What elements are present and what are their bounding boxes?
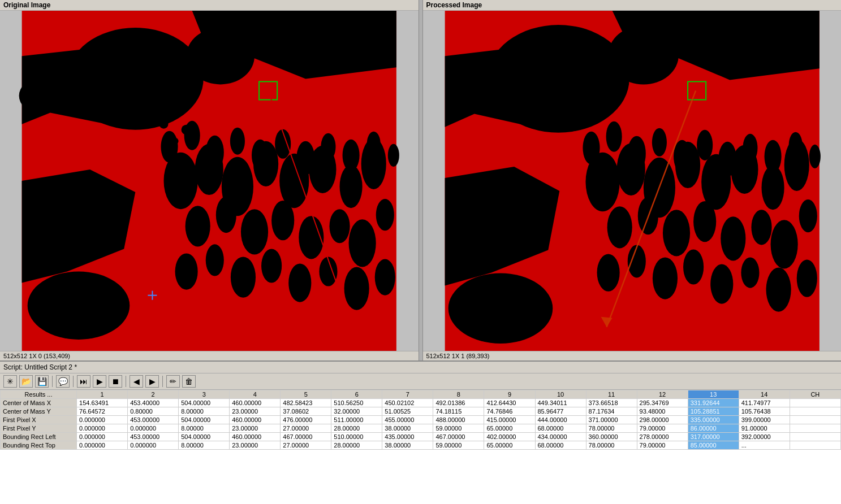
svg-point-41 (321, 133, 335, 160)
col-header-3: 3 (179, 390, 230, 399)
cell-col-4: 23.00000 (230, 441, 281, 450)
script-bar: Script: Untitled Script 2 * (0, 362, 841, 373)
cell-col-9: 415.00000 (484, 416, 535, 424)
cell-col-8: 492.01386 (433, 399, 484, 407)
cell-col-13: 317.00000 (688, 433, 739, 441)
cell-col-12: 278.00000 (637, 433, 688, 441)
svg-point-73 (799, 199, 817, 232)
row-label: Center of Mass Y (1, 407, 77, 416)
cell-col-5: 37.08602 (281, 407, 331, 416)
cell-col-14: 392.00000 (739, 433, 790, 441)
cell-col-8: 59.00000 (433, 424, 484, 433)
svg-point-86 (673, 140, 690, 173)
svg-point-27 (288, 263, 311, 302)
toolbar-separator-2 (73, 376, 74, 387)
cell-col-11: 87.17634 (586, 407, 637, 416)
svg-point-88 (718, 142, 736, 177)
cell-col-14: 411.74977 (739, 399, 790, 407)
toolbar-delete-button[interactable]: 🗑 (182, 375, 196, 388)
table-row: Center of Mass X154.63491453.40000504.00… (1, 399, 841, 407)
original-image-canvas (0, 11, 419, 351)
toolbar-save-button[interactable]: 💾 (35, 375, 49, 388)
cell-ch (790, 424, 840, 433)
table-row: Center of Mass Y76.645720.800008.0000023… (1, 407, 841, 416)
toolbar: ✳ 📂 💾 💬 ⏭ ▶ ⏹ ◀ ▶ ✏ 🗑 (0, 373, 841, 390)
svg-point-87 (697, 130, 713, 160)
col-header-10: 10 (535, 390, 586, 399)
processed-image-label: Processed Image (423, 0, 842, 11)
cell-col-2: 453.00000 (128, 433, 179, 441)
cell-col-1: 0.000000 (77, 433, 128, 441)
cell-col-6: 28.00000 (331, 441, 382, 450)
svg-point-78 (710, 264, 733, 303)
cell-col-3: 504.00000 (179, 433, 230, 441)
cell-col-1: 0.000000 (77, 441, 128, 450)
toolbar-separator-1 (52, 376, 53, 387)
col-header-12: 12 (637, 390, 688, 399)
toolbar-skip-to-end-button[interactable]: ⏭ (77, 375, 90, 388)
cell-ch (790, 416, 840, 424)
cell-col-9: 65.00000 (484, 441, 535, 450)
svg-point-17 (241, 209, 268, 254)
col-header-9: 9 (484, 390, 535, 399)
panel-divider (419, 0, 423, 360)
cell-col-14: ... (739, 441, 790, 450)
svg-point-29 (344, 267, 369, 310)
cell-col-3: 504.00000 (179, 399, 230, 407)
cell-col-6: 32.00000 (331, 407, 382, 416)
original-image-svg (0, 11, 419, 351)
cell-col-13: 335.00000 (688, 416, 739, 424)
cell-ch (790, 433, 840, 441)
cell-col-4: 460.00000 (230, 433, 281, 441)
cell-col-1: 154.63491 (77, 399, 128, 407)
toolbar-play-button[interactable]: ▶ (93, 375, 106, 388)
col-header-ch: CH (790, 390, 840, 399)
toolbar-asterisk-button[interactable]: ✳ (3, 375, 17, 388)
toolbar-folder-button[interactable]: 📂 (19, 375, 33, 388)
cell-col-12: 93.48000 (637, 407, 688, 416)
toolbar-separator-3 (126, 376, 126, 387)
cell-col-7: 455.00000 (382, 416, 433, 424)
svg-point-31 (159, 120, 168, 129)
cell-col-4: 460.00000 (230, 399, 281, 407)
cell-col-6: 510.56250 (331, 399, 382, 407)
svg-point-69 (693, 201, 716, 242)
svg-point-34 (161, 131, 178, 163)
cell-col-7: 38.00000 (382, 424, 433, 433)
cell-ch (790, 441, 840, 450)
svg-point-82 (583, 132, 600, 164)
col-header-2: 2 (128, 390, 179, 399)
col-header-8: 8 (433, 390, 484, 399)
svg-point-89 (743, 134, 757, 162)
cell-col-6: 511.00000 (331, 416, 382, 424)
image-panel: Original Image (0, 0, 841, 362)
toolbar-comment-button[interactable]: 💬 (56, 375, 70, 388)
cell-col-12: 295.34769 (637, 399, 688, 407)
cell-col-7: 38.00000 (382, 441, 433, 450)
svg-point-75 (627, 245, 645, 277)
toolbar-next-button[interactable]: ▶ (145, 375, 159, 388)
original-image-section: Original Image (0, 0, 419, 360)
original-image-status: 512x512 1X 0 (153,409) (0, 351, 419, 360)
cell-col-2: 453.40000 (128, 399, 179, 407)
cell-col-12: 79.00000 (637, 424, 688, 433)
cell-col-5: 27.00000 (281, 441, 331, 450)
toolbar-edit-button[interactable]: ✏ (166, 375, 180, 388)
toolbar-stop-button[interactable]: ⏹ (109, 375, 122, 388)
cell-ch (790, 407, 840, 416)
results-area[interactable]: Results ... 1 2 3 4 5 6 7 8 9 10 11 12 1… (0, 390, 841, 504)
svg-point-40 (296, 141, 314, 175)
cell-col-10: 68.00000 (535, 441, 586, 450)
table-row: First Pixel Y0.0000000.0000008.0000023.0… (1, 424, 841, 433)
svg-point-81 (796, 259, 817, 297)
toolbar-prev-button[interactable]: ◀ (130, 375, 143, 388)
cell-col-1: 0.000000 (77, 424, 128, 433)
cell-col-12: 79.00000 (637, 441, 688, 450)
cell-col-13: 86.00000 (688, 424, 739, 433)
cell-col-7: 51.00525 (382, 407, 433, 416)
cell-col-10: 444.00000 (535, 416, 586, 424)
svg-point-84 (627, 136, 645, 171)
cell-col-4: 460.00000 (230, 416, 281, 424)
processed-image-canvas (423, 11, 842, 351)
cell-col-5: 482.58423 (281, 399, 331, 407)
